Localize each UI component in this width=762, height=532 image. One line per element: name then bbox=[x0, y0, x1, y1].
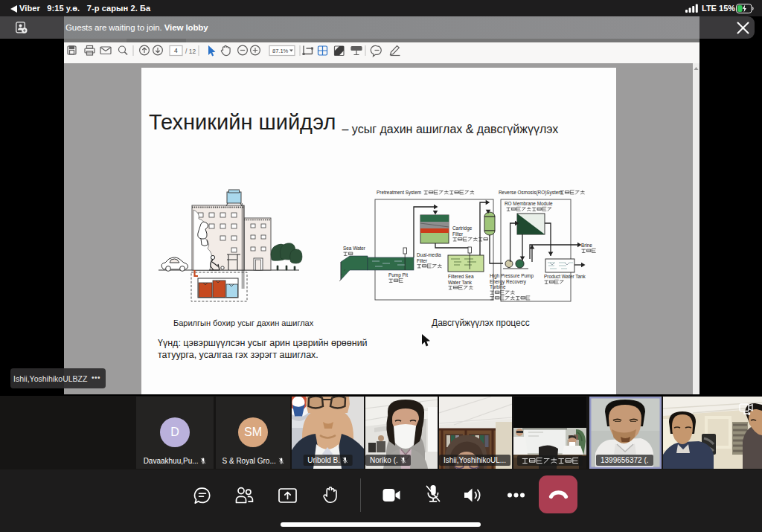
svg-text:4: 4 bbox=[174, 47, 178, 54]
svg-text:Filtered Sea: Filtered Sea bbox=[448, 274, 474, 279]
svg-text:/ 12: / 12 bbox=[185, 48, 196, 55]
svg-text:Product Water Tank: Product Water Tank bbox=[544, 274, 586, 279]
svg-text:Filter: Filter bbox=[417, 258, 428, 263]
svg-text:RO Membrane Module: RO Membrane Module bbox=[505, 201, 553, 206]
svg-text:Sea Water: Sea Water bbox=[343, 246, 366, 251]
svg-text:Water Tank: Water Tank bbox=[448, 280, 473, 285]
svg-text:87.1%: 87.1% bbox=[272, 48, 289, 54]
svg-text:Reverse Osmosis(RO)System: Reverse Osmosis(RO)System bbox=[499, 190, 563, 196]
svg-text:Brine: Brine bbox=[581, 243, 592, 248]
svg-text:Dual-media: Dual-media bbox=[417, 252, 441, 257]
svg-text:Turbine: Turbine bbox=[490, 284, 506, 289]
svg-text:Pump Pit: Pump Pit bbox=[388, 272, 408, 278]
svg-text:Pretreatment System: Pretreatment System bbox=[377, 190, 421, 196]
svg-text:Filter: Filter bbox=[452, 231, 464, 237]
